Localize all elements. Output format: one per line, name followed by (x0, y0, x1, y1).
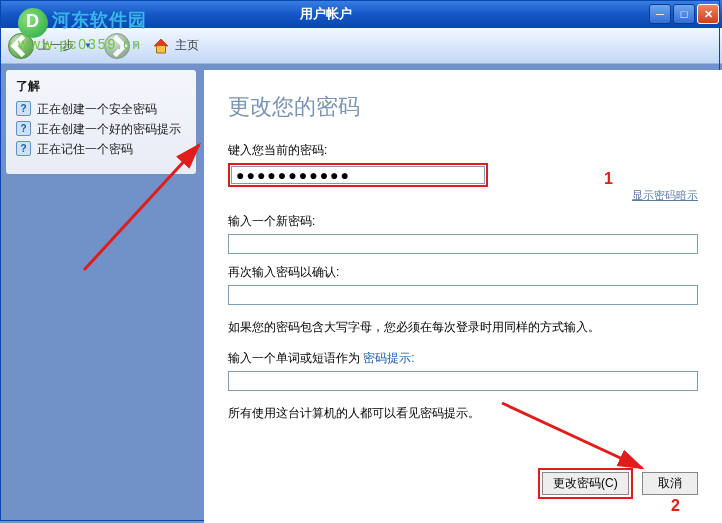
hint-visibility-note: 所有使用这台计算机的人都可以看见密码提示。 (228, 405, 698, 422)
back-label: 上一步 (38, 37, 74, 54)
forward-history-dropdown: ▼ (132, 41, 140, 50)
home-icon[interactable] (152, 38, 170, 54)
help-link-secure-password[interactable]: ? 正在创建一个安全密码 (16, 101, 186, 117)
sidebar: 了解 ? 正在创建一个安全密码 ? 正在创建一个好的密码提示 ? 正在记住一个密… (6, 70, 196, 523)
window-title: 用户帐户 (300, 5, 352, 23)
title-bar: 用户帐户 ─ □ ✕ (0, 0, 722, 28)
caps-warning-text: 如果您的密码包含大写字母，您必须在每次登录时用同样的方式输入。 (228, 319, 698, 336)
hint-field-label: 输入一个单词或短语作为 密码提示: (228, 350, 698, 367)
page-title: 更改您的密码 (228, 92, 698, 122)
toolbar: 上一步 ▼ ▼ 主页 (0, 28, 722, 64)
back-button[interactable] (8, 33, 34, 59)
minimize-button[interactable]: ─ (649, 4, 671, 24)
new-password-input[interactable] (228, 234, 698, 254)
help-icon: ? (16, 101, 31, 116)
change-password-button[interactable]: 更改密码(C) (542, 472, 629, 495)
help-icon: ? (16, 141, 31, 156)
sidebar-heading: 了解 (16, 78, 186, 95)
cancel-button[interactable]: 取消 (642, 472, 698, 495)
current-password-input[interactable] (231, 166, 485, 184)
password-hint-input[interactable] (228, 371, 698, 391)
close-button[interactable]: ✕ (697, 4, 719, 24)
annotation-step-2: 2 (671, 497, 680, 515)
new-password-label: 输入一个新密码: (228, 213, 698, 230)
forward-button (104, 33, 130, 59)
help-link-good-hint[interactable]: ? 正在创建一个好的密码提示 (16, 121, 186, 137)
svg-marker-1 (154, 39, 168, 46)
confirm-password-input[interactable] (228, 285, 698, 305)
maximize-button[interactable]: □ (673, 4, 695, 24)
current-password-label: 键入您当前的密码: (228, 142, 698, 159)
help-icon: ? (16, 121, 31, 136)
confirm-password-label: 再次输入密码以确认: (228, 264, 698, 281)
show-password-hint-link[interactable]: 显示密码暗示 (228, 188, 698, 203)
back-history-dropdown[interactable]: ▼ (84, 41, 92, 50)
home-label[interactable]: 主页 (175, 37, 199, 54)
help-link-remember-password[interactable]: ? 正在记住一个密码 (16, 141, 186, 157)
annotation-step-1: 1 (604, 170, 613, 188)
main-panel: 更改您的密码 键入您当前的密码: 显示密码暗示 1 输入一个新密码: 再次输入密… (204, 70, 722, 523)
